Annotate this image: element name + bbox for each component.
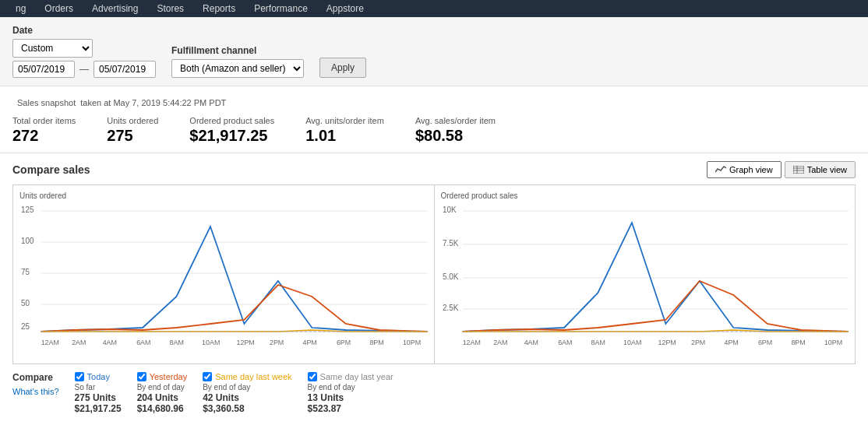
- svg-text:25: 25: [21, 322, 30, 331]
- compare-title: Compare sales: [12, 163, 90, 176]
- svg-text:5.0K: 5.0K: [442, 272, 458, 281]
- metric-avg-units: Avg. units/order item 1.01: [305, 116, 384, 145]
- svg-text:6AM: 6AM: [558, 339, 572, 346]
- date-range-row: —: [12, 61, 156, 78]
- svg-text:4AM: 4AM: [524, 339, 538, 346]
- legend-lastyear-sub: By end of day: [308, 383, 393, 392]
- svg-text:4PM: 4PM: [724, 339, 738, 346]
- legend-lastyear-checkbox[interactable]: [308, 372, 317, 381]
- view-buttons: Graph view Table view: [707, 161, 856, 178]
- legend-today-checkbox[interactable]: [75, 372, 84, 381]
- metric-units-ordered: Units ordered 275: [107, 116, 158, 145]
- svg-text:2PM: 2PM: [691, 339, 705, 346]
- legend-yesterday-sub: By end of day: [137, 383, 188, 392]
- channel-row: Both (Amazon and seller) Amazon Seller: [171, 59, 304, 78]
- compare-header: Compare sales Graph view Table view: [12, 161, 856, 178]
- svg-text:8PM: 8PM: [791, 339, 805, 346]
- legend-lastyear-sales: $523.87: [308, 403, 393, 414]
- legend-yesterday: Yesterday By end of day 204 Units $14,68…: [137, 372, 188, 414]
- metric-label-avg-sales: Avg. sales/order item: [415, 116, 496, 125]
- metric-value-units: 275: [107, 127, 158, 145]
- snapshot-title: Sales snapshottaken at May 7, 2019 5:44:…: [12, 96, 856, 108]
- metric-total-order-items: Total order items 272: [12, 116, 76, 145]
- legend-yesterday-sales: $14,680.96: [137, 403, 188, 414]
- date-to-input[interactable]: [94, 61, 156, 78]
- chart1-svg: 125 100 75 50 25 12AM: [19, 203, 428, 355]
- svg-text:12PM: 12PM: [237, 339, 255, 346]
- graph-view-button[interactable]: Graph view: [707, 161, 782, 178]
- nav-stores[interactable]: Stores: [147, 0, 193, 17]
- metric-avg-sales: Avg. sales/order item $80.58: [415, 116, 496, 145]
- channel-select[interactable]: Both (Amazon and seller) Amazon Seller: [171, 59, 304, 78]
- chart2-axis-label: Ordered product sales: [441, 191, 849, 200]
- chart-units: Units ordered 125 100 75 50 25: [13, 185, 435, 363]
- legend-lastweek-units: 42 Units: [203, 392, 291, 403]
- metric-value-avg-sales: $80.58: [415, 127, 496, 145]
- legend-yesterday-checkbox[interactable]: [137, 372, 146, 381]
- metric-value-avg-units: 1.01: [305, 127, 384, 145]
- graph-view-label: Graph view: [729, 165, 773, 174]
- svg-text:10AM: 10AM: [623, 339, 641, 346]
- svg-text:10PM: 10PM: [824, 339, 842, 346]
- metric-value-sales: $21,917.25: [189, 127, 274, 145]
- metric-label-total-order: Total order items: [12, 116, 76, 125]
- nav-performance[interactable]: Performance: [245, 0, 317, 17]
- nav-advertising[interactable]: Advertising: [83, 0, 147, 17]
- nav-ng[interactable]: ng: [6, 0, 35, 17]
- compare-info: Compare What's this?: [12, 372, 59, 414]
- table-icon: [793, 166, 804, 174]
- table-view-button[interactable]: Table view: [785, 161, 856, 178]
- chart2-svg: 10K 7.5K 5.0K 2.5K 12AM 2: [441, 203, 849, 355]
- svg-rect-0: [793, 166, 804, 174]
- legend-today-units: 275 Units: [75, 392, 122, 403]
- nav-orders[interactable]: Orders: [35, 0, 83, 17]
- apply-button[interactable]: Apply: [319, 58, 366, 78]
- nav-appstore[interactable]: Appstore: [317, 0, 373, 17]
- metric-label-avg-units: Avg. units/order item: [305, 116, 384, 125]
- nav-reports[interactable]: Reports: [193, 0, 245, 17]
- legend-today: Today So far 275 Units $21,917.25: [75, 372, 122, 414]
- svg-text:12AM: 12AM: [41, 339, 59, 346]
- compare-section: Compare sales Graph view Table view: [0, 153, 868, 422]
- svg-text:6AM: 6AM: [136, 339, 150, 346]
- svg-text:6PM: 6PM: [337, 339, 351, 346]
- chart1-axis-label: Units ordered: [19, 191, 428, 200]
- filter-bar: Date Custom Today Yesterday Last 7 days …: [0, 17, 868, 86]
- legend-lastweek: Same day last week By end of day 42 Unit…: [203, 372, 291, 414]
- svg-text:6PM: 6PM: [757, 339, 771, 346]
- metric-value-total-order: 272: [12, 127, 76, 145]
- charts-row: Units ordered 125 100 75 50 25: [12, 184, 856, 364]
- snapshot-section: Sales snapshottaken at May 7, 2019 5:44:…: [0, 86, 868, 153]
- legend-yesterday-header: Yesterday: [137, 372, 188, 381]
- svg-text:50: 50: [21, 299, 30, 307]
- compare-legend: Compare What's this? Today So far 275 Un…: [12, 364, 856, 414]
- legend-lastyear-name: Same day last year: [320, 372, 393, 381]
- legend-yesterday-units: 204 Units: [137, 392, 188, 403]
- metric-product-sales: Ordered product sales $21,917.25: [189, 116, 274, 145]
- snapshot-metrics: Total order items 272 Units ordered 275 …: [12, 116, 856, 145]
- date-row: Custom Today Yesterday Last 7 days Last …: [12, 39, 156, 58]
- date-label: Date: [12, 25, 156, 36]
- svg-text:2PM: 2PM: [270, 339, 284, 346]
- whats-this-link[interactable]: What's this?: [12, 387, 59, 396]
- svg-text:10PM: 10PM: [403, 339, 421, 346]
- svg-text:100: 100: [21, 237, 34, 245]
- graph-icon: [715, 166, 726, 174]
- legend-lastweek-sales: $3,360.58: [203, 403, 291, 414]
- chart-sales: Ordered product sales 10K 7.5K 5.0K 2.5K: [435, 185, 856, 363]
- legend-items: Today So far 275 Units $21,917.25 Yester…: [75, 372, 393, 414]
- legend-lastweek-checkbox[interactable]: [203, 372, 212, 381]
- svg-text:4PM: 4PM: [302, 339, 316, 346]
- svg-text:2.5K: 2.5K: [442, 304, 458, 312]
- svg-text:2AM: 2AM: [493, 339, 507, 346]
- legend-lastweek-sub: By end of day: [203, 383, 291, 392]
- channel-label: Fulfillment channel: [171, 45, 304, 56]
- svg-text:8AM: 8AM: [591, 339, 605, 346]
- date-from-input[interactable]: [12, 61, 75, 78]
- legend-lastyear-header: Same day last year: [308, 372, 393, 381]
- metric-label-units: Units ordered: [107, 116, 158, 125]
- channel-filter-group: Fulfillment channel Both (Amazon and sel…: [171, 45, 304, 78]
- svg-text:12PM: 12PM: [658, 339, 676, 346]
- date-select[interactable]: Custom Today Yesterday Last 7 days Last …: [12, 39, 93, 58]
- legend-lastweek-name: Same day last week: [215, 372, 291, 381]
